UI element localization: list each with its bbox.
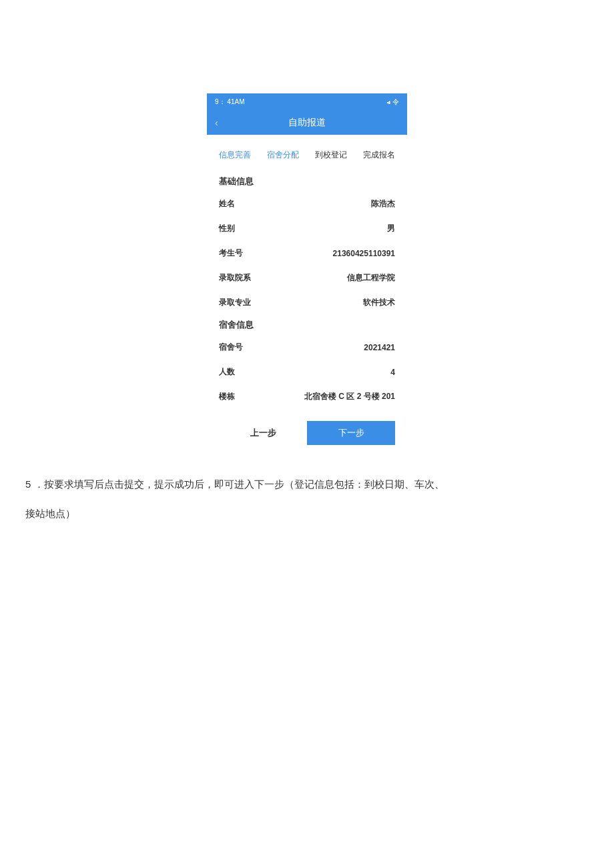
section-dorm-info-title: 宿舍信息 [219, 315, 395, 335]
row-name: 姓名 陈浩杰 [219, 191, 395, 216]
label-building: 楼栋 [219, 391, 235, 402]
button-row: 上一步 下一步 [219, 421, 395, 445]
signal-icon: •ıll [386, 99, 390, 105]
step-tabs: 信息完善 宿舍分配 到校登记 完成报名 [219, 135, 395, 171]
instruction-text: 5 ．按要求填写后点击提交，提示成功后，即可进入下一步（登记信息包括：到校日期、… [0, 476, 614, 522]
value-exam-id: 21360425110391 [333, 249, 395, 258]
value-dorm-number: 2021421 [364, 343, 395, 352]
tab-info-complete[interactable]: 信息完善 [219, 149, 251, 161]
status-time: 9： 41AM [215, 97, 244, 107]
value-gender: 男 [387, 223, 395, 234]
row-building: 楼栋 北宿舍楼 C 区 2 号楼 201 [219, 384, 395, 409]
value-department: 信息工程学院 [347, 272, 395, 284]
instruction-line2: 接站地点） [25, 505, 589, 522]
row-dorm-number: 宿舍号 2021421 [219, 335, 395, 360]
status-indicators: •ıll 令 [386, 97, 399, 107]
row-department: 录取院系 信息工程学院 [219, 266, 395, 290]
label-dorm-number: 宿舍号 [219, 342, 243, 353]
value-capacity: 4 [390, 368, 395, 377]
status-bar: 9： 41AM •ıll 令 [207, 93, 407, 111]
section-basic-info-title: 基础信息 [219, 171, 395, 191]
label-department: 录取院系 [219, 272, 251, 284]
value-major: 软件技术 [363, 297, 395, 308]
row-gender: 性别 男 [219, 216, 395, 241]
label-capacity: 人数 [219, 366, 235, 378]
label-gender: 性别 [219, 223, 235, 234]
value-building: 北宿舍楼 C 区 2 号楼 201 [304, 391, 395, 402]
row-capacity: 人数 4 [219, 360, 395, 384]
tab-complete-registration[interactable]: 完成报名 [363, 149, 395, 161]
nav-bar: ‹ 自助报道 [207, 111, 407, 135]
label-major: 录取专业 [219, 297, 251, 308]
back-icon[interactable]: ‹ [215, 117, 218, 128]
wifi-icon: 令 [392, 97, 399, 107]
next-button[interactable]: 下一步 [307, 421, 395, 445]
page-title: 自助报道 [288, 117, 326, 129]
tab-dorm-assign[interactable]: 宿舍分配 [267, 149, 299, 161]
value-name: 陈浩杰 [371, 198, 395, 209]
prev-button[interactable]: 上一步 [219, 421, 307, 445]
tab-arrival-register[interactable]: 到校登记 [315, 149, 347, 161]
label-name: 姓名 [219, 198, 235, 209]
row-major: 录取专业 软件技术 [219, 290, 395, 315]
label-exam-id: 考生号 [219, 248, 243, 259]
instruction-line1: 5 ．按要求填写后点击提交，提示成功后，即可进入下一步（登记信息包括：到校日期、… [25, 476, 589, 493]
row-exam-id: 考生号 21360425110391 [219, 241, 395, 266]
phone-screen: 9： 41AM •ıll 令 ‹ 自助报道 信息完善 宿舍分配 到校登记 完成报… [207, 93, 407, 445]
